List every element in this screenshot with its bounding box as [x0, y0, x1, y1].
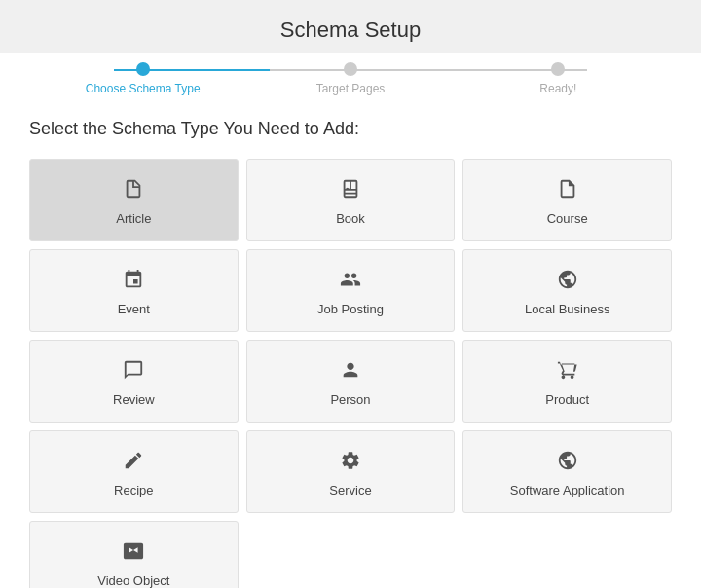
- step-label-3: Ready!: [539, 82, 576, 95]
- step-circle-3: [551, 62, 565, 76]
- content-area: Select the Schema Type You Need to Add: …: [0, 95, 701, 588]
- schema-item-label-software-application: Software Application: [510, 483, 625, 497]
- section-title: Select the Schema Type You Need to Add:: [29, 119, 672, 139]
- schema-item-local-business[interactable]: Local Business: [462, 249, 672, 332]
- schema-item-software-application[interactable]: Software Application: [462, 430, 672, 513]
- step-ready[interactable]: Ready!: [455, 62, 662, 95]
- schema-item-label-job-posting: Job Posting: [317, 302, 384, 316]
- schema-item-label-service: Service: [329, 483, 371, 497]
- person-icon: [340, 359, 361, 385]
- schema-item-label-course: Course: [547, 211, 588, 226]
- schema-item-product[interactable]: Product: [462, 340, 672, 423]
- schema-item-course[interactable]: Course: [462, 159, 672, 241]
- schema-item-label-article: Article: [116, 211, 151, 226]
- schema-item-recipe[interactable]: Recipe: [29, 430, 239, 513]
- service-icon: [340, 450, 361, 475]
- schema-grid: ArticleBookCourseEventJob PostingLocal B…: [29, 159, 672, 588]
- event-icon: [123, 269, 144, 294]
- video-object-icon: [123, 540, 144, 566]
- local-business-icon: [557, 269, 578, 294]
- schema-item-book[interactable]: Book: [246, 159, 456, 241]
- step-label-2: Target Pages: [316, 82, 386, 95]
- header: Schema Setup: [0, 0, 701, 53]
- schema-item-label-local-business: Local Business: [525, 302, 609, 316]
- step-circle-1: [136, 62, 150, 76]
- schema-item-label-product: Product: [545, 392, 589, 407]
- page-wrapper: Schema Setup Choose Schema Type Target P…: [0, 0, 701, 588]
- review-icon: [123, 359, 144, 385]
- step-target-pages[interactable]: Target Pages: [246, 62, 454, 95]
- step-choose-schema[interactable]: Choose Schema Type: [39, 62, 246, 95]
- schema-item-label-video-object: Video Object: [97, 573, 169, 588]
- schema-item-person[interactable]: Person: [246, 340, 456, 423]
- stepper-row: Choose Schema Type Target Pages Ready!: [39, 62, 662, 95]
- product-icon: [557, 359, 578, 385]
- stepper: Choose Schema Type Target Pages Ready!: [0, 53, 701, 95]
- schema-item-label-event: Event: [118, 302, 150, 316]
- schema-item-service[interactable]: Service: [246, 430, 456, 513]
- software-application-icon: [557, 450, 578, 475]
- schema-item-label-person: Person: [330, 392, 370, 407]
- page-title: Schema Setup: [0, 18, 701, 43]
- schema-item-label-recipe: Recipe: [114, 483, 153, 497]
- step-label-1: Choose Schema Type: [86, 82, 201, 95]
- schema-item-review[interactable]: Review: [29, 340, 239, 423]
- schema-item-video-object[interactable]: Video Object: [29, 521, 239, 588]
- job-posting-icon: [340, 269, 361, 294]
- course-icon: [557, 178, 578, 203]
- schema-item-job-posting[interactable]: Job Posting: [246, 249, 456, 332]
- article-icon: [123, 178, 144, 203]
- schema-item-event[interactable]: Event: [29, 249, 239, 332]
- book-icon: [340, 178, 361, 203]
- schema-item-label-book: Book: [336, 211, 365, 226]
- recipe-icon: [123, 450, 144, 475]
- schema-item-label-review: Review: [113, 392, 155, 407]
- schema-item-article[interactable]: Article: [29, 159, 239, 241]
- step-circle-2: [344, 62, 357, 76]
